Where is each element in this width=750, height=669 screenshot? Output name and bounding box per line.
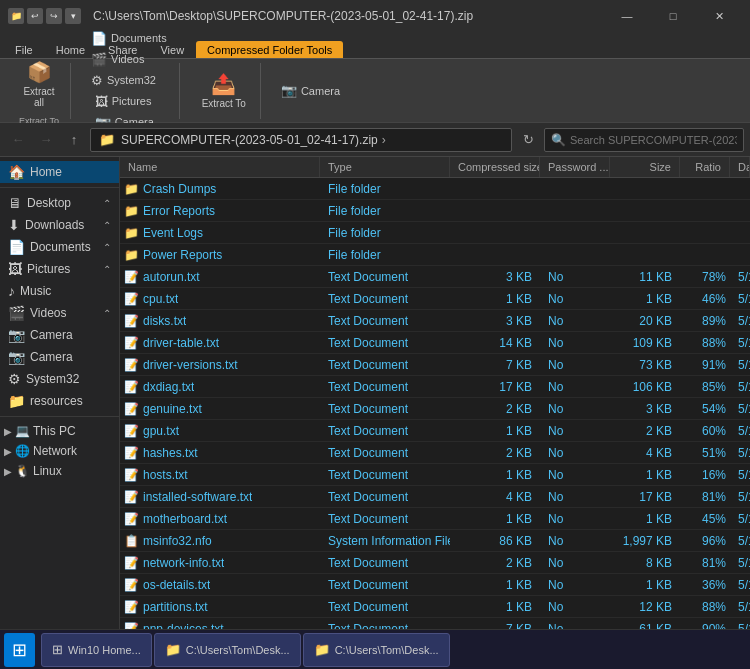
tab-share[interactable]: Share (97, 41, 148, 58)
file-size-cell: 1 KB (610, 576, 680, 594)
folder-icon: 📁 (124, 204, 139, 218)
folder-icon: 📁 (124, 182, 139, 196)
col-header-type[interactable]: Type (320, 157, 450, 177)
sidebar-item-desktop[interactable]: 🖥 Desktop ⌃ (0, 192, 119, 214)
file-size-cell: 73 KB (610, 356, 680, 374)
table-row[interactable]: 📝 installed-software.txt Text Document 4… (120, 486, 750, 508)
system32-btn[interactable]: ⚙ System32 (85, 71, 173, 90)
sidebar: 🏠 Home 🖥 Desktop ⌃ ⬇ Downloads ⌃ 📄 Docum… (0, 157, 120, 629)
table-row[interactable]: 📁 Event Logs File folder (120, 222, 750, 244)
col-header-compressed[interactable]: Compressed size (450, 157, 540, 177)
title-bar-left: 📁 ↩ ↪ ▾ C:\Users\Tom\Desktop\SUPERCOMPUT… (8, 8, 473, 24)
back-button[interactable]: ← (6, 128, 30, 152)
file-icon: 📝 (124, 622, 139, 630)
linux-icon: 🐧 (15, 464, 30, 478)
file-icon: 📝 (124, 314, 139, 328)
quick-access-icon[interactable]: ↩ (27, 8, 43, 24)
file-icon: 📝 (124, 468, 139, 482)
col-header-password[interactable]: Password ... (540, 157, 610, 177)
file-size-cell: 11 KB (610, 268, 680, 286)
file-ratio-cell: 88% (680, 598, 730, 616)
search-box[interactable]: 🔍 (544, 128, 744, 152)
sidebar-section-this-pc[interactable]: ▶ 💻 This PC (0, 421, 119, 441)
path-arrow: › (382, 133, 386, 147)
col-header-date[interactable]: Date modified (730, 157, 750, 177)
ribbon-group-extract: 📦 Extractall Extract To (8, 63, 71, 119)
table-row[interactable]: 📝 genuine.txt Text Document 2 KB No 3 KB… (120, 398, 750, 420)
table-row[interactable]: 📝 cpu.txt Text Document 1 KB No 1 KB 46%… (120, 288, 750, 310)
file-compressed-cell: 1 KB (450, 422, 540, 440)
sidebar-section-network[interactable]: ▶ 🌐 Network (0, 441, 119, 461)
file-type-cell: File folder (320, 246, 450, 264)
undo-icon[interactable]: ↪ (46, 8, 62, 24)
table-row[interactable]: 📝 gpu.txt Text Document 1 KB No 2 KB 60%… (120, 420, 750, 442)
table-row[interactable]: 📋 msinfo32.nfo System Information File 8… (120, 530, 750, 552)
file-icon: 📝 (124, 512, 139, 526)
file-list: 📁 Crash Dumps File folder 📁 Error Report… (120, 178, 750, 629)
file-ratio-cell: 46% (680, 290, 730, 308)
sidebar-item-documents[interactable]: 📄 Documents ⌃ (0, 236, 119, 258)
start-button[interactable]: ⊞ (4, 633, 35, 667)
tab-home[interactable]: Home (45, 41, 96, 58)
table-row[interactable]: 📝 motherboard.txt Text Document 1 KB No … (120, 508, 750, 530)
tab-view[interactable]: View (149, 41, 195, 58)
sidebar-item-videos[interactable]: 🎬 Videos ⌃ (0, 302, 119, 324)
camera-alt-btn[interactable]: 📷 Camera (275, 81, 346, 100)
col-header-ratio[interactable]: Ratio (680, 157, 730, 177)
explorer1-icon: 📁 (165, 642, 181, 657)
table-row[interactable]: 📁 Crash Dumps File folder (120, 178, 750, 200)
sidebar-section-linux[interactable]: ▶ 🐧 Linux (0, 461, 119, 481)
table-row[interactable]: 📝 hashes.txt Text Document 2 KB No 4 KB … (120, 442, 750, 464)
table-row[interactable]: 📝 driver-versions.txt Text Document 7 KB… (120, 354, 750, 376)
sidebar-item-pictures[interactable]: 🖼 Pictures ⌃ (0, 258, 119, 280)
search-icon: 🔍 (551, 133, 566, 147)
table-row[interactable]: 📁 Power Reports File folder (120, 244, 750, 266)
file-name-cell: 📝 pnp-devices.txt (120, 620, 320, 630)
file-type-cell: File folder (320, 202, 450, 220)
table-row[interactable]: 📝 disks.txt Text Document 3 KB No 20 KB … (120, 310, 750, 332)
search-input[interactable] (570, 134, 737, 146)
up-button[interactable]: ↑ (62, 128, 86, 152)
table-row[interactable]: 📝 hosts.txt Text Document 1 KB No 1 KB 1… (120, 464, 750, 486)
sidebar-item-resources[interactable]: 📁 resources (0, 390, 119, 412)
close-button[interactable]: ✕ (696, 0, 742, 32)
taskbar-explorer1-btn[interactable]: 📁 C:\Users\Tom\Desk... (154, 633, 301, 667)
down-arrow-icon[interactable]: ▾ (65, 8, 81, 24)
table-row[interactable]: 📝 pnp-devices.txt Text Document 7 KB No … (120, 618, 750, 629)
tab-compressed-folder-tools[interactable]: Compressed Folder Tools (196, 41, 343, 58)
file-name-cell: 📝 network-info.txt (120, 554, 320, 572)
table-row[interactable]: 📝 network-info.txt Text Document 2 KB No… (120, 552, 750, 574)
table-row[interactable]: 📝 driver-table.txt Text Document 14 KB N… (120, 332, 750, 354)
extract-all-button[interactable]: 📦 Extractall (14, 56, 64, 112)
file-icon: 📝 (124, 600, 139, 614)
table-row[interactable]: 📝 dxdiag.txt Text Document 17 KB No 106 … (120, 376, 750, 398)
sidebar-item-home[interactable]: 🏠 Home (0, 161, 119, 183)
file-compressed-cell (450, 209, 540, 213)
sidebar-item-camera[interactable]: 📷 Camera (0, 324, 119, 346)
sidebar-item-system32[interactable]: ⚙ System32 (0, 368, 119, 390)
tab-file[interactable]: File (4, 41, 44, 58)
table-row[interactable]: 📝 autorun.txt Text Document 3 KB No 11 K… (120, 266, 750, 288)
taskbar-explorer2-btn[interactable]: 📁 C:\Users\Tom\Desk... (303, 633, 450, 667)
refresh-button[interactable]: ↻ (516, 128, 540, 152)
home-label: Home (30, 165, 111, 179)
sidebar-item-camera2[interactable]: 📷 Camera (0, 346, 119, 368)
forward-button[interactable]: → (34, 128, 58, 152)
sidebar-item-music[interactable]: ♪ Music (0, 280, 119, 302)
file-name-cell: 📝 motherboard.txt (120, 510, 320, 528)
taskbar-win10-btn[interactable]: ⊞ Win10 Home... (41, 633, 152, 667)
maximize-button[interactable]: □ (650, 0, 696, 32)
address-path[interactable]: 📁 SUPERCOMPUTER-(2023-05-01_02-41-17).zi… (90, 128, 512, 152)
extract-to-button[interactable]: 📤 Extract To (194, 68, 254, 113)
sidebar-item-downloads[interactable]: ⬇ Downloads ⌃ (0, 214, 119, 236)
table-row[interactable]: 📁 Error Reports File folder (120, 200, 750, 222)
col-header-name[interactable]: Name (120, 157, 320, 177)
file-compressed-cell: 7 KB (450, 620, 540, 630)
table-row[interactable]: 📝 os-details.txt Text Document 1 KB No 1… (120, 574, 750, 596)
file-type-cell: Text Document (320, 488, 450, 506)
col-header-size[interactable]: Size (610, 157, 680, 177)
minimize-button[interactable]: — (604, 0, 650, 32)
documents-sidebar-label: Documents (30, 240, 98, 254)
table-row[interactable]: 📝 partitions.txt Text Document 1 KB No 1… (120, 596, 750, 618)
pictures-btn[interactable]: 🖼 Pictures (89, 92, 169, 111)
